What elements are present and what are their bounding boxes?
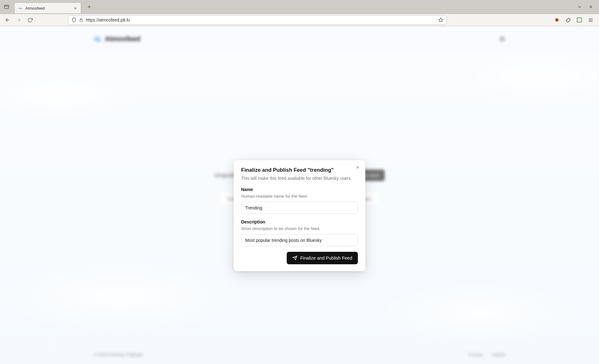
publish-feed-modal: Finalize and Publish Feed "trending" Thi…: [234, 160, 365, 271]
description-label: Description: [241, 219, 358, 224]
modal-subtitle: This will make this feed available for o…: [241, 175, 358, 181]
extension-green-icon[interactable]: [577, 17, 582, 23]
tab-close-icon[interactable]: [73, 6, 78, 11]
svg-rect-0: [4, 5, 9, 9]
name-label: Name: [241, 187, 358, 192]
browser-toolbar: https://atmosfeed.p8.lu: [0, 14, 599, 26]
extension-1-icon[interactable]: [554, 17, 560, 23]
lock-icon[interactable]: [79, 18, 83, 22]
tab-title: Atmosfeed: [25, 6, 73, 11]
description-input[interactable]: [241, 234, 358, 246]
svg-rect-2: [80, 20, 82, 22]
finalize-publish-button[interactable]: Finalize and Publish Feed: [287, 252, 358, 264]
url-text: https://atmosfeed.p8.lu: [86, 17, 436, 22]
tab-favicon-icon: [18, 6, 23, 11]
shield-icon[interactable]: [71, 17, 76, 22]
new-tab-button[interactable]: [85, 2, 94, 11]
page-viewport: Atmosfeed Unpublished Create feed trendi…: [0, 26, 599, 364]
browser-tab[interactable]: Atmosfeed: [14, 2, 81, 14]
modal-title: Finalize and Publish Feed "trending": [241, 167, 358, 173]
address-bar[interactable]: https://atmosfeed.p8.lu: [68, 15, 447, 25]
svg-marker-3: [439, 18, 443, 22]
name-hint: Human-readable name for the feed.: [241, 194, 358, 199]
recent-history-icon[interactable]: [3, 3, 10, 10]
window-close-icon[interactable]: [588, 4, 594, 10]
bookmark-icon[interactable]: [438, 17, 443, 22]
reload-button[interactable]: [26, 16, 34, 24]
modal-backdrop: Finalize and Publish Feed "trending" Thi…: [0, 52, 599, 364]
modal-close-button[interactable]: [355, 165, 360, 170]
browser-tab-bar: Atmosfeed: [0, 0, 599, 14]
name-input[interactable]: [241, 202, 358, 214]
description-hint: Short description to be shown for the fe…: [241, 226, 358, 231]
svg-point-5: [556, 19, 558, 21]
forward-button[interactable]: [14, 16, 23, 24]
extensions-icon[interactable]: [565, 17, 571, 23]
back-button[interactable]: [3, 16, 12, 24]
tabs-dropdown-icon[interactable]: [577, 4, 583, 10]
app-menu-icon[interactable]: [588, 17, 593, 23]
publish-button-label: Finalize and Publish Feed: [300, 256, 352, 261]
send-icon: [292, 256, 297, 261]
